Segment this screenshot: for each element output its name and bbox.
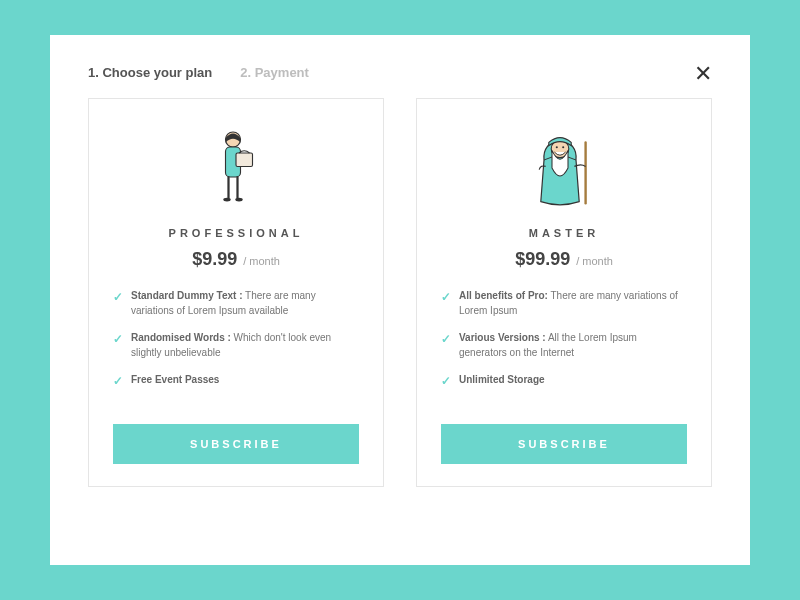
feature-title: Standard Dummy Text : bbox=[131, 290, 243, 301]
check-icon: ✓ bbox=[441, 330, 451, 360]
step-indicator: 1. Choose your plan 2. Payment bbox=[88, 65, 712, 80]
price: $9.99 bbox=[192, 249, 237, 270]
period: / month bbox=[576, 255, 613, 267]
price: $99.99 bbox=[515, 249, 570, 270]
professional-illustration bbox=[191, 123, 281, 213]
feature-item: ✓ Free Event Passes bbox=[113, 372, 359, 390]
feature-title: All benefits of Pro: bbox=[459, 290, 548, 301]
feature-title: Unlimited Storage bbox=[459, 374, 545, 385]
plan-card-professional: PROFESSIONAL $9.99 / month ✓ Standard Du… bbox=[88, 98, 384, 487]
feature-list: ✓ Standard Dummy Text : There are many v… bbox=[113, 288, 359, 402]
check-icon: ✓ bbox=[113, 288, 123, 318]
svg-point-6 bbox=[556, 146, 558, 148]
check-icon: ✓ bbox=[113, 372, 123, 390]
subscribe-button-professional[interactable]: SUBSCRIBE bbox=[113, 424, 359, 464]
feature-item: ✓ Standard Dummy Text : There are many v… bbox=[113, 288, 359, 318]
svg-point-7 bbox=[562, 146, 564, 148]
feature-item: ✓ Randomised Words : Which don't look ev… bbox=[113, 330, 359, 360]
step-1: 1. Choose your plan bbox=[88, 65, 212, 80]
plan-modal: 1. Choose your plan 2. Payment ✕ PROFESS… bbox=[50, 35, 750, 565]
check-icon: ✓ bbox=[441, 372, 451, 390]
feature-title: Free Event Passes bbox=[131, 374, 219, 385]
feature-title: Various Versions : bbox=[459, 332, 546, 343]
feature-item: ✓ All benefits of Pro: There are many va… bbox=[441, 288, 687, 318]
subscribe-button-master[interactable]: SUBSCRIBE bbox=[441, 424, 687, 464]
feature-item: ✓ Various Versions : All the Lorem Ipsum… bbox=[441, 330, 687, 360]
plan-cards: PROFESSIONAL $9.99 / month ✓ Standard Du… bbox=[88, 98, 712, 487]
plan-card-master: MASTER $99.99 / month ✓ All benefits of … bbox=[416, 98, 712, 487]
svg-point-3 bbox=[223, 198, 231, 202]
period: / month bbox=[243, 255, 280, 267]
check-icon: ✓ bbox=[441, 288, 451, 318]
plan-name: PROFESSIONAL bbox=[169, 227, 304, 239]
step-2: 2. Payment bbox=[240, 65, 309, 80]
plan-name: MASTER bbox=[529, 227, 599, 239]
feature-item: ✓ Unlimited Storage bbox=[441, 372, 687, 390]
svg-point-4 bbox=[235, 198, 243, 202]
svg-rect-2 bbox=[236, 153, 253, 167]
price-line: $99.99 / month bbox=[515, 249, 613, 270]
check-icon: ✓ bbox=[113, 330, 123, 360]
feature-title: Randomised Words : bbox=[131, 332, 231, 343]
close-icon[interactable]: ✕ bbox=[694, 63, 712, 85]
feature-list: ✓ All benefits of Pro: There are many va… bbox=[441, 288, 687, 402]
price-line: $9.99 / month bbox=[192, 249, 280, 270]
master-illustration bbox=[519, 123, 609, 213]
